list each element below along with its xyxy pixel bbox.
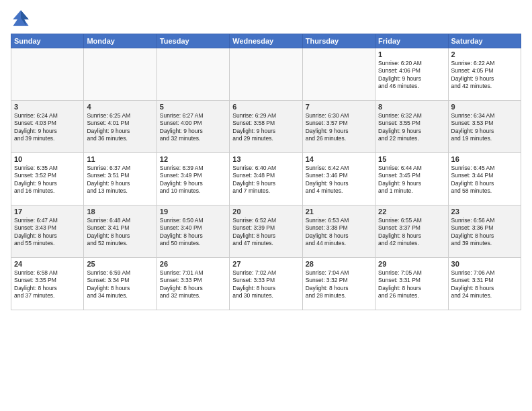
day-info: Sunrise: 6:39 AM Sunset: 3:49 PM Dayligh… bbox=[160, 165, 226, 195]
day-number: 8 bbox=[378, 103, 445, 111]
weekday-header-tuesday: Tuesday bbox=[157, 34, 229, 48]
day-number: 17 bbox=[14, 208, 81, 216]
day-number: 11 bbox=[87, 155, 153, 163]
day-info: Sunrise: 7:04 AM Sunset: 3:32 PM Dayligh… bbox=[306, 269, 372, 300]
table-cell: 30Sunrise: 7:06 AM Sunset: 3:31 PM Dayli… bbox=[448, 258, 521, 310]
day-number: 18 bbox=[87, 208, 153, 216]
day-info: Sunrise: 6:44 AM Sunset: 3:45 PM Dayligh… bbox=[378, 165, 445, 195]
table-cell: 26Sunrise: 7:01 AM Sunset: 3:33 PM Dayli… bbox=[157, 258, 229, 310]
weekday-header-monday: Monday bbox=[84, 34, 157, 48]
day-number: 2 bbox=[451, 50, 518, 58]
day-info: Sunrise: 6:25 AM Sunset: 4:01 PM Dayligh… bbox=[87, 112, 153, 143]
table-cell: 29Sunrise: 7:05 AM Sunset: 3:31 PM Dayli… bbox=[375, 258, 448, 310]
day-info: Sunrise: 6:55 AM Sunset: 3:37 PM Dayligh… bbox=[378, 217, 445, 248]
table-cell: 9Sunrise: 6:34 AM Sunset: 3:53 PM Daylig… bbox=[448, 101, 521, 153]
header bbox=[11, 8, 521, 28]
table-cell: 1Sunrise: 6:20 AM Sunset: 4:06 PM Daylig… bbox=[375, 48, 448, 101]
day-number: 1 bbox=[378, 50, 445, 58]
table-cell: 20Sunrise: 6:52 AM Sunset: 3:39 PM Dayli… bbox=[230, 205, 302, 258]
table-cell bbox=[302, 48, 375, 101]
day-number: 15 bbox=[378, 155, 445, 163]
table-cell: 24Sunrise: 6:58 AM Sunset: 3:35 PM Dayli… bbox=[11, 258, 84, 310]
day-number: 12 bbox=[160, 155, 226, 163]
table-cell: 4Sunrise: 6:25 AM Sunset: 4:01 PM Daylig… bbox=[84, 101, 157, 153]
day-info: Sunrise: 6:27 AM Sunset: 4:00 PM Dayligh… bbox=[160, 112, 226, 143]
day-info: Sunrise: 7:02 AM Sunset: 3:33 PM Dayligh… bbox=[232, 269, 299, 300]
day-number: 20 bbox=[232, 208, 299, 216]
day-number: 16 bbox=[451, 155, 518, 163]
table-cell: 22Sunrise: 6:55 AM Sunset: 3:37 PM Dayli… bbox=[375, 205, 448, 258]
day-number: 30 bbox=[451, 260, 518, 268]
day-number: 7 bbox=[306, 103, 372, 111]
week-row-3: 10Sunrise: 6:35 AM Sunset: 3:52 PM Dayli… bbox=[11, 153, 521, 205]
day-info: Sunrise: 7:05 AM Sunset: 3:31 PM Dayligh… bbox=[378, 269, 445, 300]
day-number: 29 bbox=[378, 260, 445, 268]
day-number: 19 bbox=[160, 208, 226, 216]
day-info: Sunrise: 6:50 AM Sunset: 3:40 PM Dayligh… bbox=[160, 217, 226, 248]
day-info: Sunrise: 7:01 AM Sunset: 3:33 PM Dayligh… bbox=[160, 269, 226, 300]
table-cell bbox=[157, 48, 229, 101]
weekday-header-saturday: Saturday bbox=[448, 34, 521, 48]
table-cell: 21Sunrise: 6:53 AM Sunset: 3:38 PM Dayli… bbox=[302, 205, 375, 258]
table-cell: 12Sunrise: 6:39 AM Sunset: 3:49 PM Dayli… bbox=[157, 153, 229, 205]
day-info: Sunrise: 6:40 AM Sunset: 3:48 PM Dayligh… bbox=[232, 165, 299, 195]
day-number: 3 bbox=[14, 103, 81, 111]
day-info: Sunrise: 6:53 AM Sunset: 3:38 PM Dayligh… bbox=[306, 217, 372, 248]
table-cell: 17Sunrise: 6:47 AM Sunset: 3:43 PM Dayli… bbox=[11, 205, 84, 258]
day-info: Sunrise: 6:24 AM Sunset: 4:03 PM Dayligh… bbox=[14, 112, 81, 143]
table-cell bbox=[84, 48, 157, 101]
day-number: 10 bbox=[14, 155, 81, 163]
page: SundayMondayTuesdayWednesdayThursdayFrid… bbox=[0, 0, 532, 411]
day-number: 13 bbox=[232, 155, 299, 163]
table-cell: 11Sunrise: 6:37 AM Sunset: 3:51 PM Dayli… bbox=[84, 153, 157, 205]
day-info: Sunrise: 6:32 AM Sunset: 3:55 PM Dayligh… bbox=[378, 112, 445, 143]
table-cell: 6Sunrise: 6:29 AM Sunset: 3:58 PM Daylig… bbox=[230, 101, 302, 153]
calendar: SundayMondayTuesdayWednesdayThursdayFrid… bbox=[11, 34, 521, 310]
weekday-header-thursday: Thursday bbox=[302, 34, 375, 48]
table-cell: 10Sunrise: 6:35 AM Sunset: 3:52 PM Dayli… bbox=[11, 153, 84, 205]
table-cell: 3Sunrise: 6:24 AM Sunset: 4:03 PM Daylig… bbox=[11, 101, 84, 153]
day-number: 6 bbox=[232, 103, 299, 111]
day-info: Sunrise: 6:20 AM Sunset: 4:06 PM Dayligh… bbox=[378, 60, 445, 91]
day-info: Sunrise: 6:42 AM Sunset: 3:46 PM Dayligh… bbox=[306, 165, 372, 195]
day-info: Sunrise: 6:30 AM Sunset: 3:57 PM Dayligh… bbox=[306, 112, 372, 143]
day-number: 14 bbox=[306, 155, 372, 163]
logo bbox=[11, 8, 34, 28]
weekday-header-sunday: Sunday bbox=[11, 34, 84, 48]
day-info: Sunrise: 6:58 AM Sunset: 3:35 PM Dayligh… bbox=[14, 269, 81, 300]
day-number: 27 bbox=[232, 260, 299, 268]
table-cell: 7Sunrise: 6:30 AM Sunset: 3:57 PM Daylig… bbox=[302, 101, 375, 153]
day-info: Sunrise: 6:59 AM Sunset: 3:34 PM Dayligh… bbox=[87, 269, 153, 300]
week-row-4: 17Sunrise: 6:47 AM Sunset: 3:43 PM Dayli… bbox=[11, 205, 521, 258]
day-number: 23 bbox=[451, 208, 518, 216]
day-info: Sunrise: 6:22 AM Sunset: 4:05 PM Dayligh… bbox=[451, 60, 518, 91]
day-number: 26 bbox=[160, 260, 226, 268]
weekday-header-wednesday: Wednesday bbox=[230, 34, 302, 48]
day-info: Sunrise: 7:06 AM Sunset: 3:31 PM Dayligh… bbox=[451, 269, 518, 300]
day-info: Sunrise: 6:34 AM Sunset: 3:53 PM Dayligh… bbox=[451, 112, 518, 143]
table-cell: 15Sunrise: 6:44 AM Sunset: 3:45 PM Dayli… bbox=[375, 153, 448, 205]
week-row-1: 1Sunrise: 6:20 AM Sunset: 4:06 PM Daylig… bbox=[11, 48, 521, 101]
table-cell: 25Sunrise: 6:59 AM Sunset: 3:34 PM Dayli… bbox=[84, 258, 157, 310]
day-info: Sunrise: 6:48 AM Sunset: 3:41 PM Dayligh… bbox=[87, 217, 153, 248]
weekday-header-friday: Friday bbox=[375, 34, 448, 48]
week-row-5: 24Sunrise: 6:58 AM Sunset: 3:35 PM Dayli… bbox=[11, 258, 521, 310]
logo-icon bbox=[11, 8, 31, 28]
day-info: Sunrise: 6:45 AM Sunset: 3:44 PM Dayligh… bbox=[451, 165, 518, 195]
table-cell: 28Sunrise: 7:04 AM Sunset: 3:32 PM Dayli… bbox=[302, 258, 375, 310]
table-cell: 14Sunrise: 6:42 AM Sunset: 3:46 PM Dayli… bbox=[302, 153, 375, 205]
day-number: 25 bbox=[87, 260, 153, 268]
table-cell: 5Sunrise: 6:27 AM Sunset: 4:00 PM Daylig… bbox=[157, 101, 229, 153]
day-number: 22 bbox=[378, 208, 445, 216]
day-info: Sunrise: 6:47 AM Sunset: 3:43 PM Dayligh… bbox=[14, 217, 81, 248]
table-cell: 19Sunrise: 6:50 AM Sunset: 3:40 PM Dayli… bbox=[157, 205, 229, 258]
table-cell: 16Sunrise: 6:45 AM Sunset: 3:44 PM Dayli… bbox=[448, 153, 521, 205]
day-info: Sunrise: 6:52 AM Sunset: 3:39 PM Dayligh… bbox=[232, 217, 299, 248]
table-cell: 8Sunrise: 6:32 AM Sunset: 3:55 PM Daylig… bbox=[375, 101, 448, 153]
table-cell: 23Sunrise: 6:56 AM Sunset: 3:36 PM Dayli… bbox=[448, 205, 521, 258]
day-info: Sunrise: 6:29 AM Sunset: 3:58 PM Dayligh… bbox=[232, 112, 299, 143]
table-cell: 27Sunrise: 7:02 AM Sunset: 3:33 PM Dayli… bbox=[230, 258, 302, 310]
table-cell bbox=[11, 48, 84, 101]
day-number: 9 bbox=[451, 103, 518, 111]
day-number: 5 bbox=[160, 103, 226, 111]
